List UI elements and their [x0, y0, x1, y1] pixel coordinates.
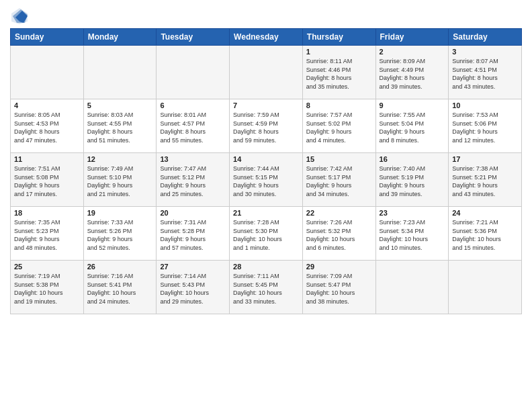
day-number: 26 — [87, 263, 153, 271]
day-number: 19 — [87, 209, 153, 217]
calendar-cell: 19Sunrise: 7:33 AM Sunset: 5:26 PM Dayli… — [83, 207, 157, 261]
day-number: 2 — [380, 48, 445, 56]
day-info: Sunrise: 7:14 AM Sunset: 5:43 PM Dayligh… — [160, 272, 226, 306]
day-number: 22 — [306, 209, 372, 217]
day-number: 4 — [14, 101, 80, 109]
day-number: 23 — [380, 209, 445, 217]
day-number: 16 — [380, 155, 445, 163]
day-number: 21 — [233, 209, 299, 217]
weekday-header-sunday: Sunday — [11, 29, 84, 46]
day-number: 28 — [233, 263, 299, 271]
calendar-cell: 2Sunrise: 8:09 AM Sunset: 4:49 PM Daylig… — [375, 46, 449, 99]
calendar-cell — [157, 46, 230, 99]
calendar-cell: 7Sunrise: 7:59 AM Sunset: 4:59 PM Daylig… — [230, 99, 303, 153]
calendar-cell: 25Sunrise: 7:19 AM Sunset: 5:38 PM Dayli… — [11, 261, 84, 314]
day-info: Sunrise: 7:51 AM Sunset: 5:08 PM Dayligh… — [14, 165, 80, 198]
day-number: 17 — [452, 155, 518, 163]
day-number: 24 — [452, 209, 518, 217]
calendar-cell: 20Sunrise: 7:31 AM Sunset: 5:28 PM Dayli… — [157, 207, 230, 261]
day-info: Sunrise: 7:26 AM Sunset: 5:32 PM Dayligh… — [306, 218, 372, 252]
weekday-header-wednesday: Wednesday — [230, 29, 303, 46]
logo — [10, 7, 30, 26]
calendar-cell: 27Sunrise: 7:14 AM Sunset: 5:43 PM Dayli… — [157, 261, 230, 314]
weekday-header-friday: Friday — [375, 29, 449, 46]
day-info: Sunrise: 7:23 AM Sunset: 5:34 PM Dayligh… — [380, 218, 445, 252]
calendar-cell: 24Sunrise: 7:21 AM Sunset: 5:36 PM Dayli… — [449, 207, 522, 261]
calendar-cell — [83, 46, 157, 99]
day-info: Sunrise: 8:11 AM Sunset: 4:46 PM Dayligh… — [306, 57, 372, 91]
day-number: 10 — [452, 101, 518, 109]
day-number: 6 — [160, 101, 226, 109]
calendar-cell: 4Sunrise: 8:05 AM Sunset: 4:53 PM Daylig… — [11, 99, 84, 153]
day-info: Sunrise: 8:05 AM Sunset: 4:53 PM Dayligh… — [14, 111, 80, 144]
day-info: Sunrise: 7:19 AM Sunset: 5:38 PM Dayligh… — [14, 272, 80, 306]
day-info: Sunrise: 7:47 AM Sunset: 5:12 PM Dayligh… — [160, 165, 226, 198]
day-number: 11 — [14, 155, 80, 163]
day-info: Sunrise: 7:42 AM Sunset: 5:17 PM Dayligh… — [306, 165, 372, 198]
calendar-cell — [449, 261, 522, 314]
day-number: 8 — [306, 101, 372, 109]
calendar-cell: 17Sunrise: 7:38 AM Sunset: 5:21 PM Dayli… — [449, 153, 522, 207]
day-info: Sunrise: 7:57 AM Sunset: 5:02 PM Dayligh… — [306, 111, 372, 144]
calendar-cell: 3Sunrise: 8:07 AM Sunset: 4:51 PM Daylig… — [449, 46, 522, 99]
day-number: 12 — [87, 155, 153, 163]
day-info: Sunrise: 7:35 AM Sunset: 5:23 PM Dayligh… — [14, 218, 80, 252]
calendar-cell: 9Sunrise: 7:55 AM Sunset: 5:04 PM Daylig… — [375, 99, 449, 153]
day-info: Sunrise: 7:49 AM Sunset: 5:10 PM Dayligh… — [87, 165, 153, 198]
day-info: Sunrise: 7:38 AM Sunset: 5:21 PM Dayligh… — [452, 165, 518, 198]
weekday-header-tuesday: Tuesday — [157, 29, 230, 46]
calendar-table: SundayMondayTuesdayWednesdayThursdayFrid… — [10, 28, 522, 314]
calendar-cell: 12Sunrise: 7:49 AM Sunset: 5:10 PM Dayli… — [83, 153, 157, 207]
calendar-cell — [230, 46, 303, 99]
calendar-header-row: SundayMondayTuesdayWednesdayThursdayFrid… — [11, 29, 522, 46]
day-info: Sunrise: 7:11 AM Sunset: 5:45 PM Dayligh… — [233, 272, 299, 306]
calendar-cell: 15Sunrise: 7:42 AM Sunset: 5:17 PM Dayli… — [302, 153, 375, 207]
day-info: Sunrise: 7:59 AM Sunset: 4:59 PM Dayligh… — [233, 111, 299, 144]
logo-icon — [10, 7, 29, 26]
day-number: 7 — [233, 101, 299, 109]
day-number: 1 — [306, 48, 372, 56]
calendar-cell — [11, 46, 84, 99]
calendar-week-3: 11Sunrise: 7:51 AM Sunset: 5:08 PM Dayli… — [11, 153, 522, 207]
calendar-cell: 18Sunrise: 7:35 AM Sunset: 5:23 PM Dayli… — [11, 207, 84, 261]
calendar-week-4: 18Sunrise: 7:35 AM Sunset: 5:23 PM Dayli… — [11, 207, 522, 261]
day-info: Sunrise: 7:28 AM Sunset: 5:30 PM Dayligh… — [233, 218, 299, 252]
calendar-cell: 8Sunrise: 7:57 AM Sunset: 5:02 PM Daylig… — [302, 99, 375, 153]
day-info: Sunrise: 7:31 AM Sunset: 5:28 PM Dayligh… — [160, 218, 226, 252]
day-info: Sunrise: 7:33 AM Sunset: 5:26 PM Dayligh… — [87, 218, 153, 252]
day-number: 18 — [14, 209, 80, 217]
day-info: Sunrise: 7:44 AM Sunset: 5:15 PM Dayligh… — [233, 165, 299, 198]
calendar-cell: 13Sunrise: 7:47 AM Sunset: 5:12 PM Dayli… — [157, 153, 230, 207]
day-info: Sunrise: 8:01 AM Sunset: 4:57 PM Dayligh… — [160, 111, 226, 144]
day-number: 29 — [306, 263, 372, 271]
calendar-cell: 23Sunrise: 7:23 AM Sunset: 5:34 PM Dayli… — [375, 207, 449, 261]
day-number: 14 — [233, 155, 299, 163]
day-info: Sunrise: 7:16 AM Sunset: 5:41 PM Dayligh… — [87, 272, 153, 306]
day-number: 20 — [160, 209, 226, 217]
weekday-header-monday: Monday — [83, 29, 157, 46]
day-info: Sunrise: 7:55 AM Sunset: 5:04 PM Dayligh… — [380, 111, 445, 144]
calendar-cell: 11Sunrise: 7:51 AM Sunset: 5:08 PM Dayli… — [11, 153, 84, 207]
weekday-header-saturday: Saturday — [449, 29, 522, 46]
calendar-cell: 5Sunrise: 8:03 AM Sunset: 4:55 PM Daylig… — [83, 99, 157, 153]
calendar-cell: 10Sunrise: 7:53 AM Sunset: 5:06 PM Dayli… — [449, 99, 522, 153]
day-info: Sunrise: 8:07 AM Sunset: 4:51 PM Dayligh… — [452, 57, 518, 91]
day-number: 25 — [14, 263, 80, 271]
day-info: Sunrise: 8:03 AM Sunset: 4:55 PM Dayligh… — [87, 111, 153, 144]
day-info: Sunrise: 8:09 AM Sunset: 4:49 PM Dayligh… — [380, 57, 445, 91]
calendar-cell: 29Sunrise: 7:09 AM Sunset: 5:47 PM Dayli… — [302, 261, 375, 314]
day-number: 9 — [380, 101, 445, 109]
day-number: 15 — [306, 155, 372, 163]
calendar-cell: 1Sunrise: 8:11 AM Sunset: 4:46 PM Daylig… — [302, 46, 375, 99]
day-info: Sunrise: 7:40 AM Sunset: 5:19 PM Dayligh… — [380, 165, 445, 198]
day-info: Sunrise: 7:53 AM Sunset: 5:06 PM Dayligh… — [452, 111, 518, 144]
calendar-cell: 16Sunrise: 7:40 AM Sunset: 5:19 PM Dayli… — [375, 153, 449, 207]
day-info: Sunrise: 7:09 AM Sunset: 5:47 PM Dayligh… — [306, 272, 372, 306]
calendar-cell: 14Sunrise: 7:44 AM Sunset: 5:15 PM Dayli… — [230, 153, 303, 207]
weekday-header-thursday: Thursday — [302, 29, 375, 46]
calendar-cell: 28Sunrise: 7:11 AM Sunset: 5:45 PM Dayli… — [230, 261, 303, 314]
calendar-week-1: 1Sunrise: 8:11 AM Sunset: 4:46 PM Daylig… — [11, 46, 522, 99]
day-number: 5 — [87, 101, 153, 109]
calendar-cell — [375, 261, 449, 314]
calendar-cell: 26Sunrise: 7:16 AM Sunset: 5:41 PM Dayli… — [83, 261, 157, 314]
